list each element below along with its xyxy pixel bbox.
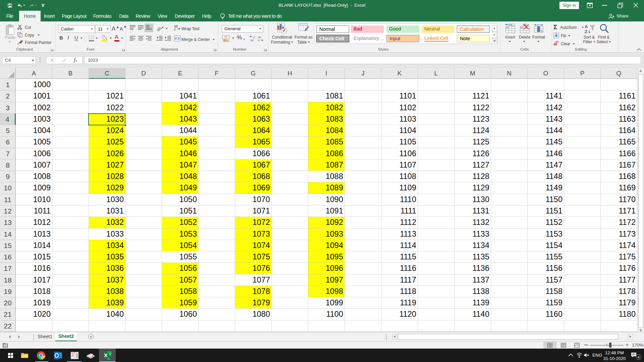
svg-text:A: A <box>585 24 588 29</box>
svg-text:.0: .0 <box>257 39 260 42</box>
svg-text:.00: .00 <box>257 36 261 39</box>
svg-text:Z: Z <box>585 29 587 34</box>
svg-text:ERP 9: ERP 9 <box>76 351 78 358</box>
svg-text:.0: .0 <box>253 36 255 39</box>
svg-text:.00: .00 <box>250 39 254 42</box>
svg-text:c: c <box>174 27 176 31</box>
svg-text:Tally: Tally <box>71 351 74 357</box>
